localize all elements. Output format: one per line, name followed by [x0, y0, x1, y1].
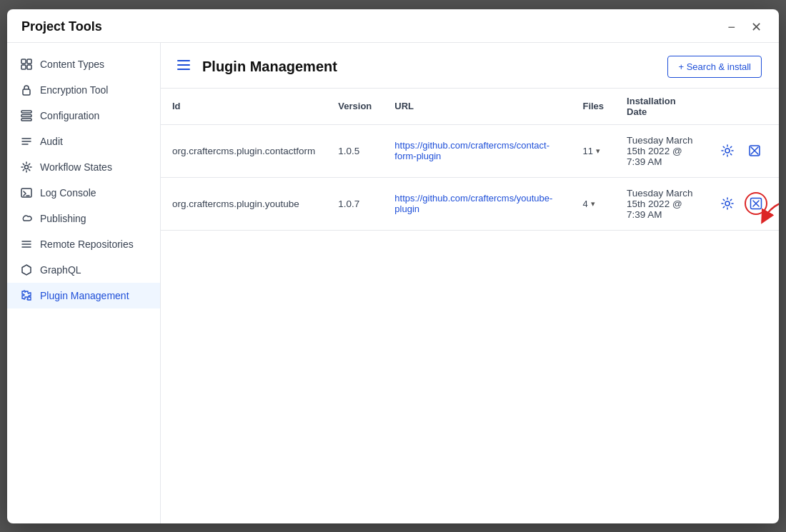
- plugin-installation-date: Tuesday March 15th 2022 @ 7:39 AM: [615, 124, 706, 177]
- sidebar-item-label: Plugin Management: [40, 290, 129, 301]
- svg-point-13: [725, 201, 730, 206]
- configure-button[interactable]: [717, 194, 737, 214]
- uninstall-button-highlighted[interactable]: [745, 192, 767, 215]
- files-chevron-icon[interactable]: ▾: [591, 199, 595, 209]
- plugin-id: org.craftercms.plugin.contactform: [161, 124, 327, 177]
- close-button[interactable]: ✕: [748, 19, 765, 35]
- svg-rect-7: [21, 119, 31, 121]
- project-tools-modal: Project Tools − ✕ Content Types: [7, 9, 779, 523]
- hexagon-icon: [20, 264, 33, 276]
- plugin-installation-date: Tuesday March 15th 2022 @ 7:39 AM: [615, 177, 706, 230]
- svg-rect-4: [23, 89, 30, 95]
- sidebar-item-label: Audit: [40, 136, 63, 147]
- sidebar-item-audit[interactable]: Audit: [7, 129, 160, 154]
- grid-icon: [20, 58, 33, 71]
- table-row: org.craftercms.plugin.contactform 1.0.5 …: [161, 124, 779, 177]
- sidebar-item-label: Content Types: [40, 59, 104, 70]
- plugin-url: https://github.com/craftercms/youtube-pl…: [383, 177, 571, 230]
- table-header-row: Id Version URL Files Installation Date: [161, 89, 779, 125]
- plugin-url-link[interactable]: https://github.com/craftercms/contact-fo…: [394, 140, 549, 161]
- plugin-actions: Uninstall: [706, 177, 779, 230]
- sidebar-item-encryption-tool[interactable]: Encryption Tool: [7, 77, 160, 103]
- sidebar-item-label: Workflow States: [40, 161, 112, 173]
- sidebar-item-label: Log Console: [40, 187, 96, 199]
- plugin-files: 11 ▾: [571, 124, 615, 177]
- svg-point-8: [25, 165, 29, 169]
- cloud-icon: [20, 212, 33, 225]
- menu-icon-button[interactable]: [175, 58, 192, 76]
- modal-header: Project Tools − ✕: [7, 9, 779, 43]
- sidebar-item-remote-repositories[interactable]: Remote Repositories: [7, 231, 160, 257]
- svg-rect-2: [21, 65, 26, 69]
- plugin-url-link[interactable]: https://github.com/craftercms/youtube-pl…: [394, 193, 552, 214]
- sidebar-item-content-types[interactable]: Content Types: [7, 51, 160, 77]
- col-id: Id: [161, 89, 327, 125]
- sidebar-item-workflow-states[interactable]: Workflow States: [7, 154, 160, 180]
- col-installation-date: Installation Date: [615, 89, 706, 125]
- col-version: Version: [327, 89, 383, 125]
- table-row: org.craftercms.plugin.youtube 1.0.7 http…: [161, 177, 779, 230]
- svg-rect-5: [21, 111, 31, 113]
- svg-rect-6: [21, 114, 31, 116]
- svg-rect-1: [27, 59, 31, 64]
- lock-icon: [20, 84, 33, 96]
- sidebar: Content Types Encryption Tool: [7, 43, 161, 523]
- col-url: URL: [383, 89, 571, 125]
- files-chevron-icon[interactable]: ▾: [596, 146, 600, 156]
- content-header: Plugin Management + Search & install: [161, 43, 779, 89]
- sidebar-item-label: Remote Repositories: [40, 239, 134, 250]
- sidebar-item-label: GraphQL: [40, 264, 81, 276]
- modal-controls: − ✕: [725, 19, 765, 35]
- col-actions: [706, 89, 779, 125]
- sidebar-item-label: Configuration: [40, 110, 99, 121]
- sidebar-item-plugin-management[interactable]: Plugin Management: [7, 283, 160, 308]
- table-area: Id Version URL Files Installation Date o…: [161, 89, 779, 523]
- terminal-icon: [20, 186, 33, 199]
- plugin-actions: [706, 124, 779, 177]
- configure-button[interactable]: [717, 141, 737, 161]
- svg-rect-3: [27, 65, 31, 69]
- plugin-url: https://github.com/craftercms/contact-fo…: [383, 124, 571, 177]
- sidebar-item-label: Encryption Tool: [40, 84, 108, 96]
- uninstall-button[interactable]: [745, 141, 765, 161]
- sidebar-item-graphql[interactable]: GraphQL: [7, 257, 160, 283]
- sidebar-item-label: Publishing: [40, 213, 86, 224]
- sidebar-item-publishing[interactable]: Publishing: [7, 206, 160, 231]
- remote-icon: [20, 238, 33, 251]
- plugin-version: 1.0.5: [327, 124, 383, 177]
- col-files: Files: [571, 89, 615, 125]
- gear-icon: [20, 161, 33, 174]
- svg-point-11: [725, 149, 730, 153]
- svg-rect-0: [21, 59, 26, 64]
- cog-icon: [20, 109, 33, 122]
- plugin-files: 4 ▾: [571, 177, 615, 230]
- minimize-button[interactable]: −: [725, 19, 738, 35]
- modal-title: Project Tools: [21, 19, 102, 34]
- plugin-id: org.craftercms.plugin.youtube: [161, 177, 327, 230]
- main-content: Plugin Management + Search & install Id …: [161, 43, 779, 523]
- search-install-button[interactable]: + Search & install: [667, 56, 762, 78]
- page-title: Plugin Management: [202, 59, 657, 75]
- plugins-table: Id Version URL Files Installation Date o…: [161, 89, 779, 231]
- puzzle-icon: [20, 289, 33, 302]
- plugin-version: 1.0.7: [327, 177, 383, 230]
- sidebar-item-log-console[interactable]: Log Console: [7, 180, 160, 206]
- svg-marker-10: [22, 265, 31, 275]
- modal-body: Content Types Encryption Tool: [7, 43, 779, 523]
- lines-icon: [20, 135, 33, 148]
- sidebar-item-configuration[interactable]: Configuration: [7, 103, 160, 129]
